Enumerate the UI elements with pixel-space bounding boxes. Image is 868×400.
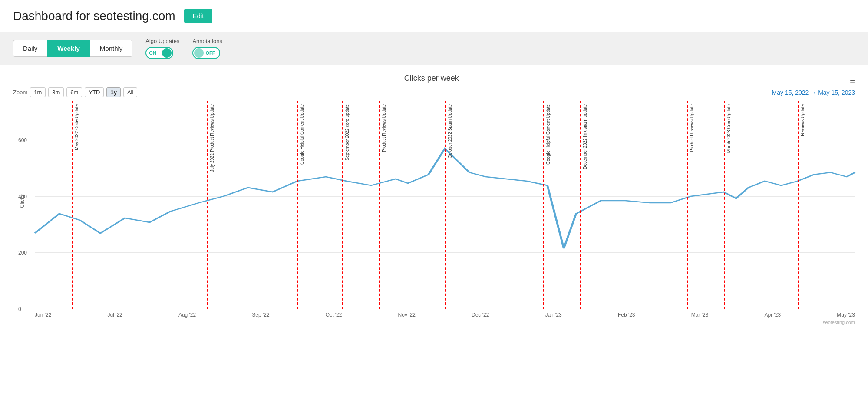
zoom-all[interactable]: All — [123, 87, 137, 97]
header-title-row: Dashboard for seotesting.com Edit — [13, 9, 855, 23]
x-label-dec22: Dec '22 — [472, 312, 489, 318]
algo-label-4: September 2022 core update — [345, 104, 350, 161]
zoom-controls: Zoom 1m 3m 6m YTD 1y All — [13, 87, 137, 97]
x-label-jun22: Jun '22 — [35, 312, 51, 318]
tab-weekly[interactable]: Weekly — [47, 40, 89, 57]
tab-daily[interactable]: Daily — [13, 40, 47, 57]
annotations-label: Annotations — [192, 38, 222, 44]
algo-label-1: May 2022 Code Update — [74, 104, 79, 150]
zoom-1m[interactable]: 1m — [30, 87, 46, 97]
y-axis-label: Clicks — [19, 194, 25, 208]
zoom-ytd[interactable]: YTD — [85, 87, 104, 97]
algo-line-3: Google Helpful Content Update — [297, 101, 298, 309]
algo-line-2: July 2022 Product Reviews Update — [207, 101, 208, 309]
chart-header: Zoom 1m 3m 6m YTD 1y All May 15, 2022 → … — [13, 87, 855, 97]
x-label-apr23: Apr '23 — [764, 312, 781, 318]
y-tick-200: 200 — [18, 250, 27, 256]
algo-line-6: October 2022 Spam Update — [445, 101, 446, 309]
x-label-jan23: Jan '23 — [545, 312, 561, 318]
algo-updates-toggle[interactable]: ON — [145, 47, 173, 59]
algo-label-8: December 2022 link spam update — [583, 104, 587, 169]
algo-updates-toggle-text: ON — [149, 50, 156, 56]
y-tick-600: 600 — [18, 137, 27, 143]
zoom-1y[interactable]: 1y — [106, 87, 120, 97]
controls-bar: Daily Weekly Monthly Algo Updates ON Ann… — [0, 32, 868, 65]
annotations-toggle-knob — [194, 48, 204, 58]
x-label-sep22: Sep '22 — [252, 312, 269, 318]
algo-line-7: Google Helpful Content Update — [543, 101, 544, 309]
page-title: Dashboard for seotesting.com — [13, 9, 175, 23]
chart-title: Clicks per week — [404, 74, 459, 83]
annotations-toggle-text: OFF — [205, 50, 215, 56]
annotations-toggle[interactable]: OFF — [192, 47, 220, 59]
zoom-label: Zoom — [13, 89, 27, 96]
tab-group: Daily Weekly Monthly — [13, 40, 132, 57]
algo-label-5: Product Reviews Update — [382, 104, 386, 152]
algo-label-3: Google Helpful Content Update — [300, 104, 304, 165]
x-label-nov22: Nov '22 — [398, 312, 416, 318]
algo-updates-toggle-knob — [162, 48, 172, 58]
zoom-3m[interactable]: 3m — [48, 87, 64, 97]
algo-line-10: March 2023 Core Update — [724, 101, 725, 309]
x-label-oct22: Oct '22 — [326, 312, 342, 318]
annotations-group: Annotations OFF — [192, 38, 222, 59]
algo-line-11: Reviews Update — [798, 101, 799, 309]
x-label-feb23: Feb '23 — [618, 312, 635, 318]
algo-label-6: October 2022 Spam Update — [448, 104, 452, 159]
x-label-mar23: Mar '23 — [691, 312, 709, 318]
algo-updates-label: Algo Updates — [145, 38, 179, 44]
x-label-may23: May '23 — [837, 312, 855, 318]
algo-label-2: July 2022 Product Reviews Update — [210, 104, 215, 172]
y-tick-0: 0 — [18, 306, 21, 312]
chart-left-border — [35, 101, 35, 309]
zoom-6m[interactable]: 6m — [66, 87, 82, 97]
x-label-aug22: Aug '22 — [178, 312, 196, 318]
chart-menu-button[interactable]: ≡ — [850, 76, 855, 86]
algo-label-10: March 2023 Core Update — [726, 104, 731, 153]
edit-button[interactable]: Edit — [184, 9, 213, 23]
header: Dashboard for seotesting.com Edit — [0, 0, 868, 32]
x-label-jul22: Jul '22 — [107, 312, 122, 318]
date-range: May 15, 2022 → May 15, 2023 — [772, 89, 855, 96]
algo-line-8: December 2022 link spam update — [580, 101, 581, 309]
chart-container: Clicks per week ≡ Zoom 1m 3m 6m YTD 1y A… — [0, 65, 868, 335]
tab-monthly[interactable]: Monthly — [90, 40, 133, 57]
x-axis-labels: Jun '22 Jul '22 Aug '22 Sep '22 Oct '22 … — [35, 309, 855, 318]
algo-line-5: Product Reviews Update — [379, 101, 380, 309]
algo-updates-group: Algo Updates ON — [145, 38, 179, 59]
algo-label-11: Reviews Update — [800, 104, 805, 136]
algo-line-1: May 2022 Code Update — [72, 101, 73, 309]
algo-line-9: Product Reviews Update — [687, 101, 688, 309]
watermark: seotesting.com — [13, 318, 855, 327]
algo-label-9: Product Reviews Update — [690, 104, 694, 152]
algo-label-7: Google Helpful Content Update — [546, 104, 551, 165]
algo-line-4: September 2022 core update — [342, 101, 343, 309]
